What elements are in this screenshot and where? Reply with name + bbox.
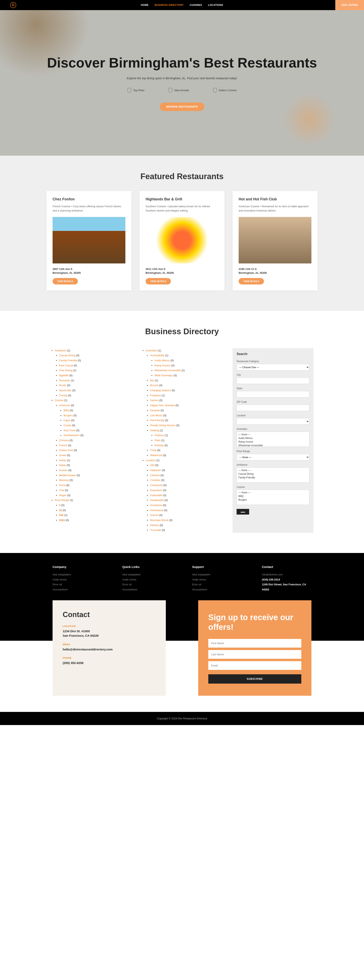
directory-link[interactable]: Romantic	[59, 379, 70, 382]
directory-link[interactable]: Alabaster	[150, 469, 161, 472]
footer-link[interactable]: Error sit	[192, 582, 242, 587]
directory-link[interactable]: Trendy	[59, 394, 67, 397]
directory-link[interactable]: Nightlife	[59, 374, 68, 377]
multi-ambiance[interactable]: — None —Casual DiningFamily-Friendly	[237, 468, 309, 483]
multi-option[interactable]: Wheelchair Accessible	[238, 444, 308, 447]
multi-option[interactable]: Family-Friendly	[238, 476, 308, 479]
multi-option[interactable]: Burgers	[238, 498, 308, 502]
directory-link[interactable]: Private Dining Rooms	[150, 424, 175, 427]
directory-link[interactable]: Vegan	[59, 494, 67, 497]
directory-link[interactable]: Ambiance	[55, 349, 66, 352]
directory-link[interactable]: Pet-Friendly	[150, 419, 164, 422]
directory-link[interactable]: Brunch	[150, 384, 158, 387]
directory-link[interactable]: Rooftop	[154, 444, 164, 447]
directory-link[interactable]: Cuisine	[55, 399, 63, 402]
directory-link[interactable]: Live Music	[150, 414, 162, 417]
directory-link[interactable]: Seating	[150, 429, 159, 432]
directory-link[interactable]: Ramp Access	[154, 364, 170, 367]
footer-link[interactable]: Accusantium	[192, 587, 242, 592]
directory-link[interactable]: Crestwood	[150, 484, 162, 487]
directory-link[interactable]: BBQ	[64, 409, 69, 412]
directory-link[interactable]: Cajun	[64, 419, 70, 422]
directory-link[interactable]: Mexican	[59, 479, 69, 482]
directory-link[interactable]: Patio	[154, 439, 161, 442]
nav-business-directory[interactable]: BUSINESS DIRECTORY	[155, 4, 184, 6]
footer-link[interactable]: info@diviiner.com	[262, 572, 312, 577]
directory-link[interactable]: Downtown	[150, 489, 162, 492]
directory-link[interactable]: Games	[150, 399, 159, 402]
directory-link[interactable]: American	[59, 404, 70, 407]
select-category[interactable]: — Choose One —	[237, 364, 309, 371]
directory-link[interactable]: French	[59, 444, 67, 447]
directory-link[interactable]: Outdoor	[154, 434, 164, 437]
nav-home[interactable]: HOME	[141, 4, 149, 6]
directory-link[interactable]: Audio Menus	[154, 359, 170, 362]
directory-link[interactable]: Accessibility	[150, 354, 164, 357]
directory-link[interactable]: Southwestern	[64, 434, 79, 437]
directory-link[interactable]: Indian	[59, 459, 66, 462]
directory-link[interactable]: Burgers	[64, 414, 73, 417]
directory-link[interactable]: Rustic	[59, 384, 66, 387]
directory-link[interactable]: Location	[146, 459, 156, 462]
directory-link[interactable]: Wheelchair Accessible	[154, 369, 181, 372]
input-last-name[interactable]	[208, 650, 301, 659]
directory-link[interactable]: Hoover	[150, 514, 159, 517]
directory-link[interactable]: Creole	[64, 424, 71, 427]
select-location[interactable]	[237, 418, 309, 425]
directory-link[interactable]: Mountain Brook	[150, 519, 168, 522]
multi-option[interactable]: Ramp Access	[238, 440, 308, 444]
directory-link[interactable]: Chelsea	[150, 474, 160, 477]
multi-cuisine[interactable]: — None —BBQBurgers	[237, 490, 309, 505]
input-zip[interactable]	[237, 404, 309, 411]
directory-link[interactable]: Pizza	[59, 484, 65, 487]
multi-option[interactable]: — None —	[238, 433, 308, 436]
input-first-name[interactable]	[208, 639, 301, 648]
search-submit-button[interactable]: ▬▬	[237, 509, 249, 515]
directory-link[interactable]: Italian	[59, 464, 66, 467]
directory-link[interactable]: Greystone	[150, 504, 162, 507]
multi-option[interactable]: Audio Menus	[238, 436, 308, 440]
view-details-button[interactable]: VIEW DETAILS	[238, 278, 264, 285]
input-state[interactable]	[237, 391, 309, 398]
browse-restaurants-button[interactable]: BROWSE RESTAURANTS	[160, 102, 204, 111]
directory-link[interactable]: Chinese	[59, 439, 69, 442]
input-city[interactable]	[237, 377, 309, 384]
nav-locations[interactable]: LOCATIONS	[208, 4, 223, 6]
footer-link[interactable]: Sed voluptatem	[192, 572, 242, 577]
directory-link[interactable]: Korean	[59, 469, 68, 472]
directory-link[interactable]: Fast Casual	[59, 364, 73, 367]
select-price[interactable]: — None —	[237, 454, 309, 460]
directory-link[interactable]: Homewood	[150, 509, 164, 512]
directory-link[interactable]: Waterfront	[150, 454, 162, 457]
add-listing-button[interactable]: ADD LISTING	[335, 0, 364, 10]
directory-link[interactable]: $$	[59, 509, 62, 512]
footer-link[interactable]: Accusantium	[52, 587, 102, 592]
multi-option[interactable]: Casual Dining	[238, 472, 308, 476]
directory-link[interactable]: Family-Friendly	[59, 359, 77, 362]
footer-link[interactable]: Unde omnis	[122, 577, 172, 582]
directory-link[interactable]: Mediterranean	[59, 474, 76, 477]
directory-link[interactable]: $$$$	[59, 519, 65, 522]
multi-amenities[interactable]: — None —Audio MenusRamp AccessWheelchair…	[237, 432, 309, 447]
directory-link[interactable]: 280	[150, 464, 154, 467]
directory-link[interactable]: $$$	[59, 514, 64, 517]
footer-link[interactable]: Sed voluptatem	[52, 572, 102, 577]
directory-link[interactable]: Gardendale	[150, 499, 164, 502]
directory-link[interactable]: Soul Food	[64, 429, 75, 432]
multi-option[interactable]: — None —	[238, 491, 308, 494]
directory-link[interactable]: Greek	[59, 454, 66, 457]
footer-link[interactable]: Sed voluptatem	[122, 572, 172, 577]
subscribe-button[interactable]: SUBSCRIBE	[208, 674, 301, 684]
directory-link[interactable]: Karaoke	[150, 409, 160, 412]
directory-link[interactable]: Wide Doorways	[154, 374, 173, 377]
nav-cuisines[interactable]: CUISINES	[190, 4, 202, 6]
directory-link[interactable]: Fireplace	[150, 394, 161, 397]
footer-link[interactable]: Accusantium	[122, 587, 172, 592]
directory-link[interactable]: Crestline	[150, 479, 161, 482]
input-email[interactable]	[208, 661, 301, 670]
directory-link[interactable]: Fine Dining	[59, 369, 72, 372]
view-details-button[interactable]: VIEW DETAILS	[52, 278, 78, 285]
view-details-button[interactable]: VIEW DETAILS	[146, 278, 171, 285]
footer-link[interactable]: Error sit	[122, 582, 172, 587]
directory-link[interactable]: Thai	[59, 489, 64, 492]
